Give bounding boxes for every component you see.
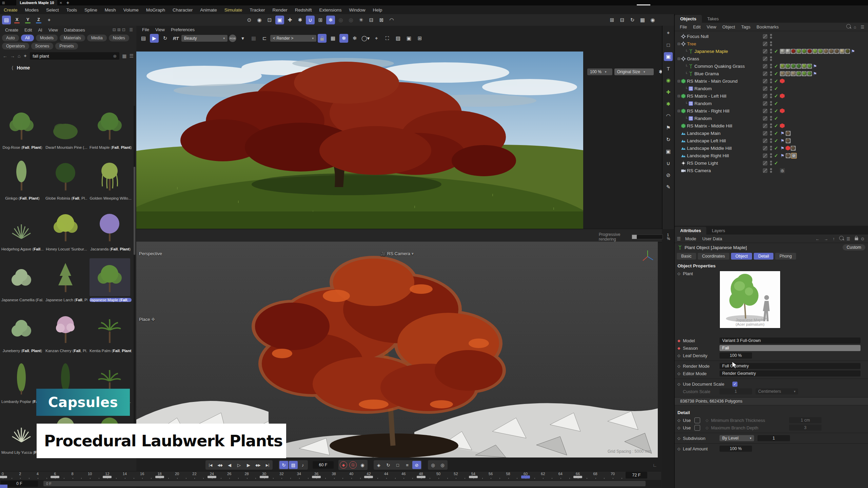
text-tool-icon[interactable]: T: [664, 64, 673, 73]
object-row-rs-matrix-left-hill[interactable]: ⊟RS Matrix - Left Hill✓: [675, 92, 868, 100]
ab-menu-view[interactable]: View: [45, 27, 61, 33]
material-tag[interactable]: [845, 49, 850, 54]
axis-x-button[interactable]: X: [13, 16, 21, 24]
object-row-focus-null[interactable]: Focus Null: [675, 33, 868, 40]
frame-marker[interactable]: [573, 476, 582, 478]
filter-scenes[interactable]: Scenes: [31, 43, 54, 49]
filter-auto[interactable]: Auto: [2, 35, 19, 41]
custom-scale-unit-dropdown[interactable]: Centimeters▾: [755, 388, 798, 394]
close-tab-icon[interactable]: ✕: [59, 1, 62, 5]
leaf-density-input[interactable]: 100 %: [719, 352, 752, 359]
rgb-channel-icon[interactable]: RGB: [229, 35, 236, 42]
box-tool-icon[interactable]: □: [664, 40, 673, 49]
rv-menu-preferences[interactable]: Preferences: [168, 27, 198, 32]
layer-box[interactable]: [763, 72, 767, 76]
filter-all[interactable]: All: [21, 35, 34, 41]
material-tag[interactable]: [796, 71, 801, 76]
new-tab-icon[interactable]: ✚: [66, 1, 69, 5]
menu-redshift[interactable]: Redshift: [291, 7, 316, 13]
material-tag[interactable]: [785, 71, 790, 76]
key-params-button[interactable]: ≡: [403, 461, 412, 469]
material-tag[interactable]: [834, 49, 839, 54]
refresh-render-icon[interactable]: ↻: [161, 34, 170, 43]
flag-tag[interactable]: ⚑: [851, 49, 855, 54]
rv-menu-file[interactable]: File: [139, 27, 152, 32]
workplane-snap-icon[interactable]: ❄: [326, 16, 335, 24]
plant-thumbnail[interactable]: Japanese Maple(Acer palmatum): [719, 271, 781, 328]
attr-tab-coordinates[interactable]: Coordinates: [698, 253, 729, 260]
object-row-landscape-middle-hill[interactable]: Landscape Middle Hill✓⚑: [675, 144, 868, 152]
clear-search-icon[interactable]: ⊗: [113, 54, 117, 59]
timeline-corner-icon[interactable]: ∟: [653, 463, 657, 468]
visibility-dots[interactable]: [770, 64, 772, 68]
selection-tool-icon[interactable]: ▤: [2, 16, 11, 24]
key-off-button[interactable]: ⊘: [412, 461, 421, 469]
gear-tool-icon[interactable]: ✱: [664, 100, 673, 108]
material-tag[interactable]: [780, 71, 785, 76]
view-label[interactable]: Perspective: [139, 251, 162, 256]
attr-tab-object[interactable]: Object: [731, 253, 752, 260]
pen-tool-icon[interactable]: ◠: [664, 111, 673, 120]
asset-field-maple-fall-plant-[interactable]: Field Maple (Fall, Plant): [90, 106, 132, 157]
asset-scrollbar[interactable]: [134, 106, 135, 445]
key-scale-button[interactable]: □: [393, 461, 402, 469]
asset-golden-weeping-willo-[interactable]: Golden Weeping Willo...: [90, 157, 132, 207]
material-tag[interactable]: [796, 49, 801, 54]
rt-label[interactable]: RT: [173, 36, 179, 41]
filter-operators[interactable]: Operators: [2, 43, 29, 49]
goto-start-button[interactable]: |◀: [206, 461, 215, 469]
favorites-icon[interactable]: ✦: [23, 53, 27, 59]
redshift-tag[interactable]: [780, 94, 785, 98]
object-row-japanese-maple[interactable]: └Japanese Maple✓⚑: [675, 47, 868, 55]
sim-circle2-icon[interactable]: ◎: [347, 16, 355, 24]
object-row-random[interactable]: └Random✓: [675, 100, 868, 107]
layer-box[interactable]: [763, 101, 767, 106]
doc-time-button[interactable]: ▤: [289, 461, 298, 469]
tool-label[interactable]: Place ✥: [139, 317, 155, 322]
tab-layers[interactable]: Layers: [706, 227, 730, 235]
visibility-dots[interactable]: [770, 116, 772, 121]
forward-icon[interactable]: →: [10, 53, 15, 59]
goto-end-button[interactable]: ▶|: [263, 461, 272, 469]
om-menu-object[interactable]: Object: [719, 24, 738, 29]
autokey-button[interactable]: Ⓐ: [349, 461, 357, 469]
layout-grid-icon[interactable]: ⊞: [608, 16, 616, 24]
sim-sphere-icon[interactable]: ◉: [664, 76, 673, 85]
size-dropdown[interactable]: Original Size▾: [614, 68, 654, 75]
thumb-size-icon[interactable]: ▦: [122, 53, 126, 59]
prev-key-button[interactable]: ◀◆: [216, 461, 224, 469]
camera-label[interactable]: 🎥 RS Camera ▾: [380, 251, 414, 256]
use-document-scale-checkbox[interactable]: ✓: [732, 382, 737, 387]
ab-menu-ai[interactable]: AI: [35, 27, 45, 33]
model-dropdown[interactable]: Variant 3 Full-Grown: [719, 338, 861, 344]
frame-marker[interactable]: [364, 476, 373, 478]
frame-marker[interactable]: [312, 476, 321, 478]
menu-tools[interactable]: Tools: [63, 7, 81, 13]
image-icon[interactable]: ▣: [405, 34, 413, 43]
redshift-tag[interactable]: [786, 146, 790, 150]
stripes-icon[interactable]: ▨: [394, 34, 402, 43]
menu-mesh[interactable]: Mesh: [101, 7, 120, 13]
material-tag[interactable]: [786, 131, 791, 136]
leaf-amount-input[interactable]: 100 %: [719, 446, 752, 452]
material-tag[interactable]: [807, 71, 812, 76]
material-tag[interactable]: [780, 49, 785, 54]
frame-marker[interactable]: [103, 476, 112, 478]
filter-nodes[interactable]: Nodes: [109, 35, 129, 41]
panel-icon[interactable]: ▦: [638, 16, 647, 24]
dither-grid-icon[interactable]: ▦: [249, 34, 258, 43]
asset-ginkgo-fall-plant-[interactable]: Ginkgo (Fall, Plant): [1, 157, 43, 207]
material-tag[interactable]: [807, 49, 812, 54]
home-icon[interactable]: ⌂: [18, 53, 20, 59]
frame-marker[interactable]: [260, 476, 269, 478]
om-menu-edit[interactable]: Edit: [690, 24, 704, 29]
visibility-dots[interactable]: [770, 168, 772, 173]
expand-icon[interactable]: ⛶: [383, 34, 392, 43]
om-menu-view[interactable]: View: [704, 24, 719, 29]
frame-marker[interactable]: [51, 476, 59, 478]
cube-tool-icon[interactable]: ▣: [664, 52, 673, 61]
layer-box[interactable]: [763, 124, 767, 128]
layer-box[interactable]: [763, 109, 767, 113]
subdivision-input[interactable]: 1: [757, 435, 790, 441]
filter-materials[interactable]: Materials: [60, 35, 85, 41]
